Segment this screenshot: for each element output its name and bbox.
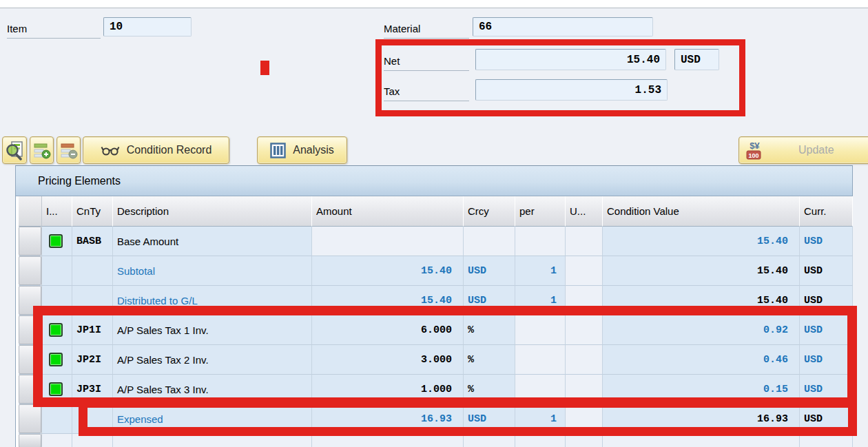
cell-description[interactable]: Subtotal — [113, 256, 312, 286]
insert-row-icon — [33, 142, 51, 159]
col-header-crcy[interactable]: Crcy — [464, 196, 515, 227]
row-selector[interactable] — [19, 404, 42, 434]
annotation-net-tax-box — [375, 39, 745, 116]
search-detail-icon — [6, 141, 24, 160]
cell-amount[interactable] — [312, 227, 464, 256]
cell-status[interactable] — [42, 227, 72, 256]
row-selector[interactable] — [19, 256, 42, 286]
item-label: Item — [7, 19, 101, 39]
table-header-row: I... CnTy Description Amount Crcy per U.… — [19, 196, 853, 227]
col-header-curr[interactable]: Curr. — [800, 196, 853, 227]
row-selector[interactable] — [19, 227, 42, 256]
material-field[interactable]: 66 — [473, 17, 653, 37]
analysis-label: Analysis — [293, 144, 334, 156]
cell-description[interactable]: Base Amount — [113, 227, 312, 256]
table-row: BASB Base Amount 15.40 USD — [19, 227, 853, 256]
row-selector-button[interactable] — [19, 227, 41, 256]
row-selector-button[interactable] — [19, 404, 41, 433]
cell-curr[interactable]: USD — [800, 256, 853, 286]
col-header-condition-value[interactable]: Condition Value — [603, 196, 800, 227]
row-selector[interactable] — [19, 434, 42, 447]
svg-text:¥: ¥ — [754, 141, 760, 152]
cell-crcy[interactable]: USD — [464, 256, 515, 286]
col-header-amount[interactable]: Amount — [312, 196, 464, 227]
analysis-table-icon — [270, 143, 286, 158]
col-header-cnty[interactable]: CnTy — [72, 196, 113, 227]
analysis-button[interactable]: Analysis — [257, 136, 347, 164]
cell-cnty[interactable] — [72, 256, 113, 286]
window-top-strip — [0, 0, 868, 8]
col-header-inactive[interactable]: I... — [42, 196, 72, 227]
cell-status[interactable] — [42, 256, 72, 286]
col-header-description[interactable]: Description — [113, 196, 312, 227]
update-label: Update — [798, 144, 834, 156]
cell-condition-value[interactable]: 15.40 — [603, 256, 800, 286]
row-selector-button[interactable] — [19, 256, 41, 285]
cell-curr[interactable]: USD — [800, 227, 853, 256]
cell-condition-value[interactable]: 15.40 — [603, 227, 800, 256]
cell-unit[interactable] — [566, 256, 603, 286]
cell-per[interactable] — [515, 227, 566, 256]
cell-unit[interactable] — [566, 227, 603, 256]
update-button[interactable]: $ ¥ 100 Update — [738, 136, 868, 164]
material-label: Material — [384, 19, 469, 39]
select-all-corner[interactable] — [19, 196, 42, 227]
cell-status[interactable] — [42, 434, 72, 447]
update-prices-icon: $ ¥ 100 — [745, 141, 763, 160]
material-value: 66 — [479, 21, 492, 33]
cell-status[interactable] — [42, 404, 72, 434]
item-field[interactable]: 10 — [103, 17, 192, 37]
table-row: Subtotal 15.40 USD 1 15.40 USD — [19, 256, 853, 286]
pricing-elements-title: Pricing Elements — [16, 166, 852, 196]
annotation-tax-rows-box — [33, 306, 857, 407]
cell-cnty[interactable]: BASB — [72, 227, 113, 256]
cell-per[interactable]: 1 — [515, 256, 566, 286]
condition-record-label: Condition Record — [127, 144, 212, 156]
svg-text:100: 100 — [748, 152, 758, 158]
annotation-expensed-box — [79, 399, 857, 436]
condition-record-button[interactable]: Condition Record — [83, 136, 229, 164]
delete-row-button[interactable] — [56, 136, 81, 164]
col-header-unit[interactable]: U... — [566, 196, 603, 227]
item-value: 10 — [110, 21, 123, 33]
status-green-icon — [49, 234, 63, 248]
row-selector-button[interactable] — [19, 434, 41, 447]
display-condition-detail-button[interactable] — [2, 136, 27, 164]
annotation-mark — [260, 61, 269, 75]
delete-row-icon — [60, 142, 78, 159]
glasses-icon — [101, 143, 120, 157]
cell-amount[interactable]: 15.40 — [312, 256, 464, 286]
cell-crcy[interactable] — [464, 227, 515, 256]
insert-row-button[interactable] — [30, 136, 54, 164]
col-header-per[interactable]: per — [515, 196, 566, 227]
